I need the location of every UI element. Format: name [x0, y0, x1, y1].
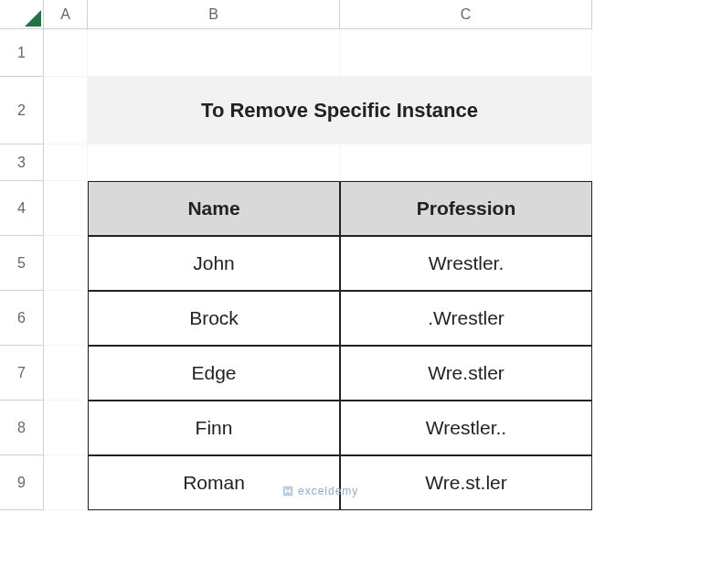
table-cell[interactable]: Wrestler.: [340, 236, 592, 291]
row-header-1[interactable]: 1: [0, 29, 44, 77]
table-header-name[interactable]: Name: [88, 181, 340, 236]
col-header-a[interactable]: A: [44, 0, 88, 29]
row-header-7[interactable]: 7: [0, 346, 44, 401]
col-header-b[interactable]: B: [88, 0, 340, 29]
row-header-4[interactable]: 4: [0, 181, 44, 236]
cell-a2[interactable]: [44, 77, 88, 144]
table-header-profession[interactable]: Profession: [340, 181, 592, 236]
cell-a9[interactable]: [44, 455, 88, 510]
table-cell[interactable]: Roman: [88, 455, 340, 510]
cell-c3[interactable]: [340, 144, 592, 181]
table-cell[interactable]: Brock: [88, 291, 340, 346]
table-cell[interactable]: John: [88, 236, 340, 291]
row-header-8[interactable]: 8: [0, 401, 44, 455]
title-cell[interactable]: To Remove Specific Instance: [88, 77, 592, 144]
cell-b3[interactable]: [88, 144, 340, 181]
spreadsheet-grid: A B C 1 2 3 4 5 6 7 8 9 To Remove Specif…: [0, 0, 701, 510]
cell-b1[interactable]: [88, 29, 340, 77]
table-cell[interactable]: Wre.stler: [340, 346, 592, 401]
table-cell[interactable]: Wre.st.ler: [340, 455, 592, 510]
select-all-corner[interactable]: [0, 0, 44, 29]
cell-a8[interactable]: [44, 401, 88, 455]
table-cell[interactable]: Finn: [88, 401, 340, 455]
table-cell[interactable]: Edge: [88, 346, 340, 401]
cell-a4[interactable]: [44, 181, 88, 236]
cell-a7[interactable]: [44, 346, 88, 401]
cell-a6[interactable]: [44, 291, 88, 346]
row-header-6[interactable]: 6: [0, 291, 44, 346]
cell-c1[interactable]: [340, 29, 592, 77]
table-cell[interactable]: .Wrestler: [340, 291, 592, 346]
row-header-9[interactable]: 9: [0, 455, 44, 510]
data-table: Name Profession John Wrestler. Brock .Wr…: [88, 181, 592, 510]
col-header-c[interactable]: C: [340, 0, 592, 29]
row-header-3[interactable]: 3: [0, 144, 44, 181]
row-header-5[interactable]: 5: [0, 236, 44, 291]
cell-a5[interactable]: [44, 236, 88, 291]
table-cell[interactable]: Wrestler..: [340, 401, 592, 455]
cell-a1[interactable]: [44, 29, 88, 77]
row-header-2[interactable]: 2: [0, 77, 44, 144]
cell-a3[interactable]: [44, 144, 88, 181]
